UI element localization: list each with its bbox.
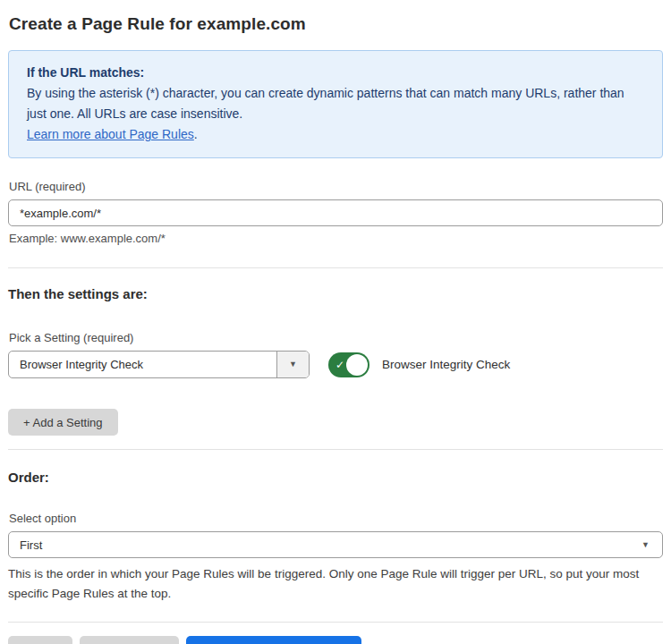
pick-setting-label: Pick a Setting (required) <box>9 331 663 344</box>
save-as-draft-button[interactable]: Save as Draft <box>80 636 179 644</box>
info-box-body: By using the asterisk (*) character, you… <box>27 83 644 124</box>
setting-toggle-group: ✓ Browser Integrity Check <box>328 351 510 378</box>
link-suffix: . <box>194 127 198 141</box>
cancel-button[interactable]: Cancel <box>8 636 72 644</box>
section-divider <box>8 622 663 623</box>
url-input[interactable] <box>8 199 663 226</box>
save-and-deploy-button[interactable]: Save and Deploy Page Rule <box>186 636 361 644</box>
footer-actions: Cancel Save as Draft Save and Deploy Pag… <box>8 636 663 644</box>
page-title: Create a Page Rule for example.com <box>9 14 663 34</box>
url-field-label: URL (required) <box>9 180 663 193</box>
order-section-heading: Order: <box>8 470 663 485</box>
create-page-rule-form: Create a Page Rule for example.com If th… <box>0 0 671 644</box>
order-select[interactable]: First ▼ <box>8 531 663 558</box>
info-box-heading: If the URL matches: <box>27 63 644 83</box>
setting-row: Browser Integrity Check ▼ ✓ Browser Inte… <box>8 351 663 378</box>
checkmark-icon: ✓ <box>336 359 344 371</box>
chevron-down-icon: ▼ <box>641 541 650 549</box>
toggle-label: Browser Integrity Check <box>382 358 510 371</box>
setting-select-value: Browser Integrity Check <box>9 352 276 377</box>
settings-section-heading: Then the settings are: <box>8 286 663 301</box>
add-setting-button[interactable]: + Add a Setting <box>8 409 118 436</box>
order-help-text: This is the order in which your Page Rul… <box>8 564 663 604</box>
section-divider <box>8 267 663 268</box>
setting-select-arrow-segment[interactable]: ▼ <box>276 352 309 377</box>
url-match-info-box: If the URL matches: By using the asteris… <box>8 50 663 158</box>
toggle-knob <box>346 354 368 376</box>
learn-more-link[interactable]: Learn more about Page Rules <box>27 127 194 141</box>
section-divider <box>8 449 663 450</box>
chevron-down-icon: ▼ <box>289 360 297 369</box>
setting-select[interactable]: Browser Integrity Check ▼ <box>8 351 310 378</box>
info-box-link-line: Learn more about Page Rules. <box>27 124 644 145</box>
url-example-helper: Example: www.example.com/* <box>9 232 663 245</box>
order-select-value: First <box>20 538 42 552</box>
browser-integrity-toggle[interactable]: ✓ <box>328 352 369 377</box>
order-select-label: Select option <box>9 512 663 525</box>
